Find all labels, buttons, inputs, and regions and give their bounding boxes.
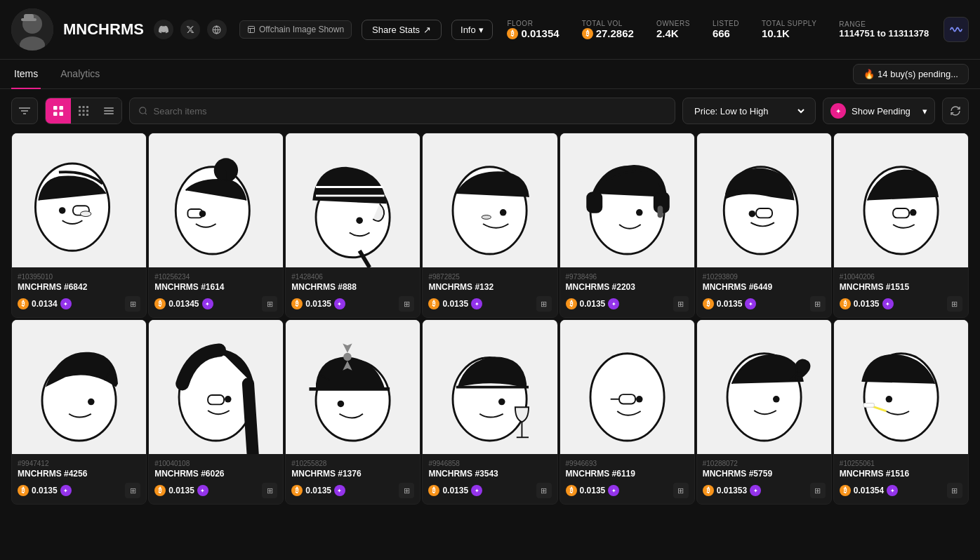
add-to-cart-button[interactable]: ⊞	[810, 483, 826, 498]
info-button[interactable]: Info ▾	[451, 20, 493, 40]
nft-card[interactable]: #10040206 MNCHRMS #1515 ₿ 0.0135 ✦ ⊞	[833, 133, 969, 318]
nft-image	[697, 320, 831, 454]
svg-rect-16	[86, 106, 88, 108]
nft-price-value: 0.0135	[32, 486, 58, 495]
nft-card[interactable]: #9946693 MNCHRMS #6119 ₿ 0.0135 ✦ ⊞	[559, 319, 695, 505]
svg-rect-18	[83, 110, 85, 112]
nft-name: MNCHRMS #6449	[703, 282, 826, 292]
svg-rect-21	[83, 114, 85, 116]
view-grid-small[interactable]	[71, 98, 96, 124]
add-to-cart-button[interactable]: ⊞	[536, 483, 552, 498]
add-to-cart-button[interactable]: ⊞	[125, 296, 140, 312]
svg-point-62	[88, 399, 95, 406]
nft-image	[12, 133, 146, 267]
nft-card[interactable]: #9946858 MNCHRMS #3543 ₿ 0.0135 ✦ ⊞	[422, 319, 557, 505]
search-box[interactable]	[129, 98, 675, 124]
collection-name: MNCHRMS	[63, 20, 144, 39]
view-grid-large[interactable]	[46, 98, 71, 124]
sort-select[interactable]: Price: Low to High	[682, 98, 816, 124]
social-icons	[154, 20, 227, 39]
btc-price-icon: ₿	[291, 298, 303, 309]
add-to-cart-button[interactable]: ⊞	[947, 483, 962, 498]
nft-token-id: #10255061	[840, 460, 962, 467]
svg-rect-15	[83, 106, 85, 108]
pending-badge[interactable]: 🔥 14 buy(s) pending...	[853, 64, 969, 84]
svg-point-77	[636, 396, 643, 403]
add-to-cart-button[interactable]: ⊞	[262, 483, 277, 498]
nft-card[interactable]: #10293809 MNCHRMS #6449 ₿ 0.0135 ✦ ⊞	[696, 133, 832, 318]
svg-point-41	[357, 217, 364, 224]
svg-point-54	[748, 211, 755, 218]
discord-icon[interactable]	[154, 20, 173, 39]
nft-image	[12, 320, 146, 454]
nft-image	[286, 133, 420, 267]
nft-price-row: ₿ 0.0134 ✦ ⊞	[18, 296, 140, 312]
add-to-cart-button[interactable]: ⊞	[947, 296, 962, 312]
nft-price-value: 0.0135	[717, 299, 743, 309]
pending-select[interactable]: ✦ Show Pending ▾	[823, 98, 935, 124]
nft-card[interactable]: #10255828 MNCHRMS #1376 ₿ 0.0135 ✦ ⊞	[285, 319, 421, 505]
btc-price-icon: ₿	[428, 298, 439, 309]
nft-card[interactable]: #9947412 MNCHRMS #4256 ₿ 0.0135 ✦ ⊞	[11, 319, 147, 505]
nft-price-value: 0.0135	[305, 486, 331, 495]
nft-token-id: #9738496	[566, 273, 689, 281]
add-to-cart-button[interactable]: ⊞	[125, 483, 140, 498]
nft-token-id: #9947412	[18, 460, 140, 467]
tab-items[interactable]: Items	[11, 60, 41, 89]
view-list[interactable]	[96, 98, 121, 124]
nft-card[interactable]: #9738496 MNCHRMS #2203 ₿ 0.0135 ✦ ⊞	[559, 133, 695, 318]
nft-name: MNCHRMS #6026	[154, 469, 277, 479]
nft-image	[834, 320, 968, 454]
btc-price-icon: ₿	[703, 485, 714, 496]
tab-analytics[interactable]: Analytics	[58, 60, 102, 89]
share-stats-button[interactable]: Share Stats ↗	[362, 20, 442, 40]
add-to-cart-button[interactable]: ⊞	[810, 296, 826, 312]
sort-dropdown[interactable]: Price: Low to High	[691, 105, 807, 117]
nft-price-value: 0.0135	[580, 486, 606, 495]
stat-owners: OWNERS 2.4K	[656, 20, 690, 39]
offchain-badge[interactable]: Offchain Image Shown	[239, 20, 352, 39]
add-to-cart-button[interactable]: ⊞	[673, 296, 689, 312]
nft-info: #9872825 MNCHRMS #132 ₿ 0.0135 ✦ ⊞	[423, 267, 557, 317]
svg-point-70	[343, 353, 351, 361]
activity-button[interactable]	[943, 17, 969, 42]
nft-price-row: ₿ 0.01353 ✦ ⊞	[703, 483, 826, 498]
stat-total-supply: TOTAL SUPPLY 10.1K	[762, 20, 816, 39]
nft-token-id: #10288072	[703, 460, 826, 467]
nft-card[interactable]: #10288072 MNCHRMS #5759 ₿ 0.01353 ✦ ⊞	[696, 319, 832, 505]
nft-info: #9738496 MNCHRMS #2203 ₿ 0.0135 ✦ ⊞	[560, 267, 694, 317]
btc-price-icon: ₿	[18, 485, 29, 496]
add-to-cart-button[interactable]: ⊞	[673, 483, 689, 498]
nft-card[interactable]: #10395010 MNCHRMS #6842 ₿ 0.0134 ✦ ⊞	[11, 133, 147, 318]
svg-point-26	[140, 107, 146, 114]
nft-info: #10255828 MNCHRMS #1376 ₿ 0.0135 ✦ ⊞	[286, 454, 420, 504]
add-to-cart-button[interactable]: ⊞	[536, 296, 552, 312]
nft-info: #9946858 MNCHRMS #3543 ₿ 0.0135 ✦ ⊞	[423, 454, 557, 504]
magic-eden-icon: ✦	[60, 298, 72, 309]
add-to-cart-button[interactable]: ⊞	[399, 296, 414, 312]
magic-eden-icon: ✦	[334, 298, 345, 309]
nft-token-id: #10040206	[840, 273, 962, 281]
nft-grid: #10395010 MNCHRMS #6842 ₿ 0.0134 ✦ ⊞ #10…	[0, 133, 980, 516]
search-input[interactable]	[154, 106, 666, 116]
add-to-cart-button[interactable]: ⊞	[399, 483, 414, 498]
add-to-cart-button[interactable]: ⊞	[262, 296, 277, 312]
twitter-icon[interactable]	[180, 20, 200, 39]
nft-price-value: 0.0135	[580, 299, 606, 309]
nft-card[interactable]: #10255061 MNCHRMS #1516 ₿ 0.01354 ✦ ⊞	[833, 319, 969, 505]
nft-name: MNCHRMS #1516	[840, 469, 962, 479]
filter-button[interactable]	[11, 98, 38, 124]
nft-token-id: #9946693	[566, 460, 689, 467]
nft-card[interactable]: #9872825 MNCHRMS #132 ₿ 0.0135 ✦ ⊞	[422, 133, 557, 318]
svg-point-31	[80, 211, 91, 217]
magic-eden-icon: ✦	[608, 485, 619, 496]
nft-card[interactable]: #1428406 MNCHRMS #888 ₿ 0.0135 ✦ ⊞	[285, 133, 421, 318]
nft-price-value: 0.01345	[168, 299, 199, 309]
nft-card[interactable]: #10256234 MNCHRMS #1614 ₿ 0.01345 ✦ ⊞	[148, 133, 284, 318]
nft-image	[560, 133, 694, 267]
refresh-button[interactable]	[942, 98, 969, 124]
nft-card[interactable]: #10040108 MNCHRMS #6026 ₿ 0.0135 ✦ ⊞	[148, 319, 284, 505]
magic-eden-icon: ✦	[887, 485, 898, 496]
btc-price-icon: ₿	[428, 485, 439, 496]
globe-icon[interactable]	[207, 20, 227, 39]
